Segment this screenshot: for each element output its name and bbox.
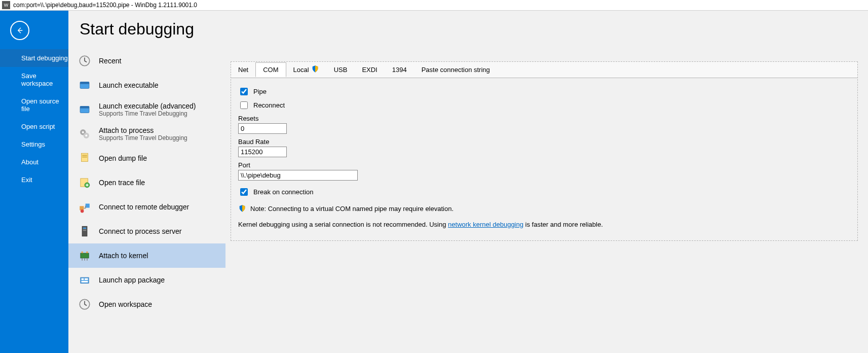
option-label: Recent [99,57,121,65]
shield-icon [238,204,246,213]
break-checkbox-row[interactable]: Break on connection [238,187,850,197]
option-label: Attach to process [99,126,187,134]
option-launch-executable[interactable]: Launch executable [68,73,225,97]
info-post: is faster and more reliable. [523,221,603,228]
tab-1394[interactable]: 1394 [385,63,414,77]
clock-icon [78,297,92,311]
svg-rect-24 [82,278,84,280]
sidebar-item-about[interactable]: About [0,153,68,171]
note-text: Note: Connecting to a virtual COM named … [250,205,454,213]
option-label: Attach to kernel [99,252,148,260]
option-connect-to-remote-debugger[interactable]: Connect to remote debugger [68,195,225,219]
option-label: Open dump file [99,154,147,162]
exe2-icon [78,102,92,117]
svg-rect-19 [83,230,87,231]
option-sublabel: Supports Time Travel Debugging [99,134,187,142]
tab-local[interactable]: Local [286,62,327,78]
resets-input[interactable] [238,123,287,134]
page-title: Start debugging [80,20,225,39]
trace-icon [78,175,92,190]
panel-body: Pipe Reconnect Resets Baud Rate Port Bre… [231,78,857,240]
reconnect-checkbox-row[interactable]: Reconnect [238,100,850,111]
tab-strip: NetCOMLocalUSBEXDI1394Paste connection s… [231,62,857,78]
option-connect-to-process-server[interactable]: Connect to process server [68,219,225,243]
package-icon [78,273,92,287]
back-button[interactable] [10,21,29,40]
option-attach-to-kernel[interactable]: Attach to kernel [68,243,225,268]
svg-rect-11 [82,157,87,158]
gear-icon [78,127,92,141]
sidebar-item-settings[interactable]: Settings [0,135,68,153]
pipe-checkbox-row[interactable]: Pipe [238,86,850,97]
option-label: Open trace file [99,179,145,187]
network-debug-link[interactable]: network kernel debugging [448,221,523,228]
clock-icon [78,54,92,68]
sidebar-item-exit[interactable]: Exit [0,171,68,189]
kernel-icon [78,249,92,263]
titlebar: W com:port=\\.\pipe\debug,baud=115200,pi… [0,0,868,11]
svg-rect-15 [86,204,90,208]
tab-label: Local [293,66,309,74]
svg-rect-20 [81,253,89,258]
tab-exdi[interactable]: EXDI [355,63,385,77]
sidebar-item-start-debugging[interactable]: Start debugging [0,49,68,67]
option-launch-executable-advanced-[interactable]: Launch executable (advanced)Supports Tim… [68,97,225,122]
svg-point-7 [82,131,84,133]
tab-com[interactable]: COM [255,62,286,77]
app-icon: W [2,1,10,9]
baud-input[interactable] [238,147,287,157]
reconnect-checkbox[interactable] [240,101,248,109]
pipe-checkbox[interactable] [240,88,248,95]
config-panel: NetCOMLocalUSBEXDI1394Paste connection s… [231,61,858,241]
svg-point-16 [81,209,84,213]
svg-rect-18 [83,228,87,229]
tab-usb[interactable]: USB [327,63,355,77]
content-area: NetCOMLocalUSBEXDI1394Paste connection s… [225,11,868,353]
option-attach-to-process[interactable]: Attach to processSupports Time Travel De… [68,122,225,146]
baud-label: Baud Rate [238,138,850,146]
option-recent[interactable]: Recent [68,49,225,73]
port-label: Port [238,161,850,169]
svg-rect-26 [82,281,88,283]
tab-label: Paste connection string [422,66,490,74]
svg-rect-22 [86,252,88,253]
option-open-dump-file[interactable]: Open dump file [68,146,225,170]
option-open-trace-file[interactable]: Open trace file [68,170,225,195]
arrow-left-icon [16,26,24,34]
tab-label: 1394 [392,66,407,74]
main-layout: Start debuggingSave workspaceOpen source… [0,11,868,353]
port-input[interactable] [238,170,358,181]
svg-rect-4 [80,107,89,109]
recommendation-text: Kernel debugging using a serial connecti… [238,221,850,228]
svg-rect-10 [82,155,87,156]
window-title: com:port=\\.\pipe\debug,baud=115200,pipe… [13,2,197,9]
option-open-workspace[interactable]: Open workspace [68,292,225,316]
tab-net[interactable]: Net [231,63,256,77]
svg-rect-25 [85,278,88,280]
resets-label: Resets [238,115,850,122]
tab-label: Net [238,66,248,74]
sidebar-item-save-workspace[interactable]: Save workspace [0,67,68,92]
tab-label: EXDI [362,66,377,74]
option-launch-app-package[interactable]: Launch app package [68,268,225,292]
tab-paste-connection-string[interactable]: Paste connection string [414,63,498,77]
options-column: Start debugging RecentLaunch executableL… [68,11,225,353]
exe-icon [78,78,92,92]
svg-rect-2 [80,82,89,84]
sidebar-item-open-source-file[interactable]: Open source file [0,92,68,118]
option-label: Connect to remote debugger [99,203,189,211]
tab-label: COM [263,66,278,74]
break-checkbox[interactable] [240,188,248,196]
option-label: Connect to process server [99,227,181,235]
server-icon [78,224,92,238]
option-label: Launch executable (advanced) [99,102,196,110]
shield-icon [311,65,319,75]
svg-point-8 [85,134,87,136]
elevation-note: Note: Connecting to a virtual COM named … [238,204,850,213]
tab-label: USB [334,66,348,74]
remote-icon [78,200,92,214]
option-label: Launch app package [99,276,165,284]
pipe-label: Pipe [253,88,267,95]
option-label: Open workspace [99,300,152,308]
sidebar-item-open-script[interactable]: Open script [0,118,68,135]
